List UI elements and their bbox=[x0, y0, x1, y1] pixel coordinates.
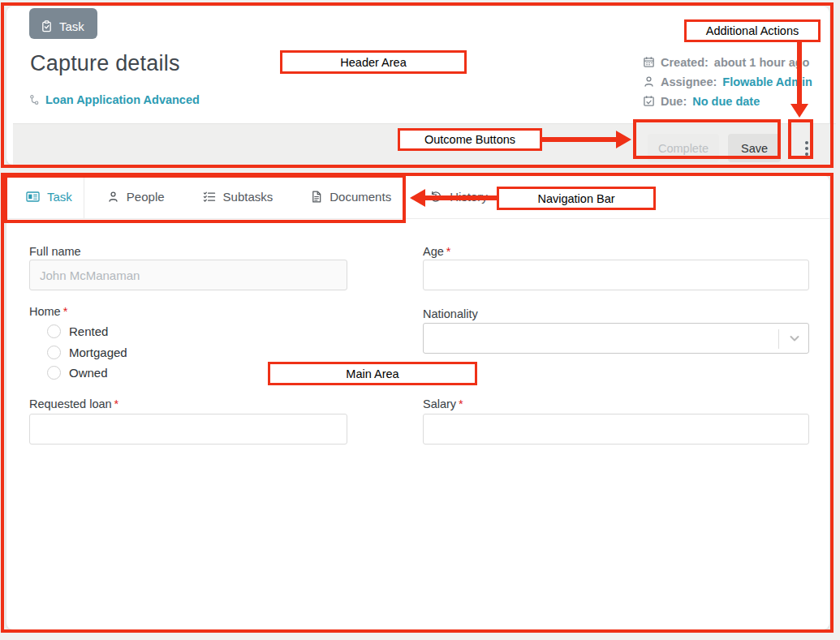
calendar-check-icon bbox=[643, 95, 655, 107]
salary-label-text: Salary bbox=[423, 397, 456, 410]
tab-history[interactable]: History bbox=[416, 175, 501, 218]
dot bbox=[805, 152, 808, 156]
process-link[interactable]: Loan Application Advanced bbox=[28, 93, 200, 106]
calendar-icon bbox=[643, 56, 655, 68]
person-icon bbox=[107, 191, 119, 203]
process-link-label: Loan Application Advanced bbox=[45, 93, 200, 106]
meta-due: Due: No due date bbox=[643, 93, 812, 109]
header-area: Task Capture details Loan Application Ad… bbox=[6, 6, 829, 165]
home-label-text: Home bbox=[29, 305, 61, 318]
nationality-label-text: Nationality bbox=[423, 307, 478, 320]
full-name-label: Full name bbox=[29, 245, 81, 258]
tab-people[interactable]: People bbox=[94, 175, 178, 218]
main-area: Task People bbox=[6, 175, 829, 629]
page-title: Capture details bbox=[30, 51, 180, 76]
requested-loan-input[interactable] bbox=[29, 414, 347, 445]
radio-rented-label: Rented bbox=[69, 324, 108, 338]
nationality-label: Nationality bbox=[423, 307, 478, 320]
required-marker: * bbox=[446, 245, 451, 258]
chevron-down-icon[interactable] bbox=[788, 332, 801, 345]
required-marker: * bbox=[114, 397, 119, 410]
tab-documents[interactable]: Documents bbox=[298, 175, 404, 218]
tab-subtasks[interactable]: Subtasks bbox=[190, 175, 286, 218]
age-label-text: Age bbox=[423, 245, 444, 258]
salary-label: Salary* bbox=[423, 397, 463, 410]
document-icon bbox=[311, 191, 322, 203]
tab-history-label: History bbox=[450, 190, 488, 204]
task-type-badge: Task bbox=[29, 8, 97, 39]
complete-button[interactable]: Complete bbox=[648, 134, 719, 162]
dot bbox=[805, 141, 808, 144]
meta-due-label: Due: bbox=[661, 95, 687, 108]
salary-input[interactable] bbox=[423, 414, 809, 445]
task-card-icon bbox=[26, 191, 40, 203]
tab-task[interactable]: Task bbox=[6, 175, 84, 218]
flowable-task-page: Task Capture details Loan Application Ad… bbox=[0, 0, 840, 640]
clipboard-check-icon bbox=[41, 20, 53, 32]
full-name-input[interactable] bbox=[29, 260, 347, 290]
save-button[interactable]: Save bbox=[728, 134, 781, 162]
tab-subtasks-label: Subtasks bbox=[223, 190, 274, 204]
radio-owned-label: Owned bbox=[69, 366, 108, 380]
radio-icon[interactable] bbox=[47, 366, 61, 380]
process-icon bbox=[28, 94, 40, 106]
meta-due-value[interactable]: No due date bbox=[692, 95, 760, 108]
radio-mortgaged-label: Mortgaged bbox=[69, 346, 127, 359]
task-meta: Created: about 1 hour ago Assignee: Flow… bbox=[643, 54, 812, 109]
task-badge-label: Task bbox=[59, 19, 84, 33]
radio-option-owned[interactable]: Owned bbox=[47, 366, 108, 380]
home-label: Home* bbox=[29, 305, 67, 318]
subtasks-checklist-icon bbox=[203, 191, 216, 203]
full-name-label-text: Full name bbox=[29, 245, 81, 258]
age-label: Age* bbox=[423, 245, 450, 258]
age-input[interactable] bbox=[423, 260, 809, 290]
radio-option-mortgaged[interactable]: Mortgaged bbox=[47, 346, 127, 359]
navigation-bar: Task People bbox=[6, 175, 829, 219]
nationality-select[interactable] bbox=[423, 323, 809, 354]
radio-option-rented[interactable]: Rented bbox=[47, 324, 108, 338]
tab-task-label: Task bbox=[47, 190, 72, 204]
meta-assignee-label: Assignee: bbox=[661, 75, 717, 88]
required-marker: * bbox=[63, 305, 68, 318]
dot bbox=[805, 147, 808, 150]
meta-assignee-value[interactable]: Flowable Admin bbox=[722, 75, 812, 88]
select-divider bbox=[778, 329, 779, 349]
requested-loan-label-text: Requested loan bbox=[29, 397, 112, 410]
meta-created: Created: about 1 hour ago bbox=[643, 54, 812, 70]
history-icon bbox=[429, 191, 442, 203]
radio-icon[interactable] bbox=[47, 324, 61, 338]
requested-loan-label: Requested loan* bbox=[29, 397, 118, 410]
required-marker: * bbox=[459, 397, 463, 410]
radio-icon[interactable] bbox=[47, 346, 61, 359]
tab-people-label: People bbox=[127, 190, 165, 204]
tab-documents-label: Documents bbox=[330, 190, 391, 204]
meta-created-value: about 1 hour ago bbox=[714, 56, 810, 69]
meta-created-label: Created: bbox=[661, 56, 709, 69]
meta-assignee: Assignee: Flowable Admin bbox=[643, 74, 812, 89]
more-actions-button[interactable] bbox=[799, 134, 815, 162]
person-icon bbox=[643, 75, 655, 88]
